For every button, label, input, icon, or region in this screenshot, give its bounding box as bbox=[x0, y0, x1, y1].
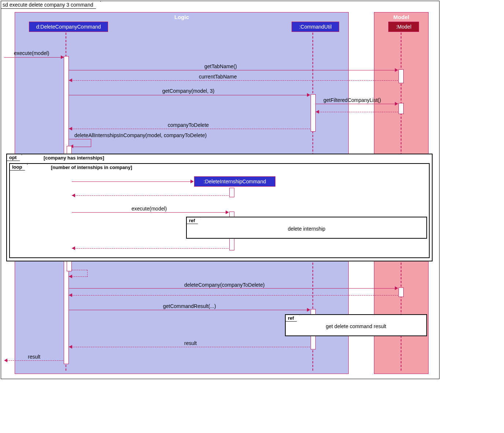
arrow-result2 bbox=[4, 359, 7, 362]
sequence-diagram: sd execute delete company 3 command Logi… bbox=[0, 0, 504, 433]
line-create-dic bbox=[72, 181, 193, 182]
loop-tab: loop bbox=[10, 164, 27, 170]
msg-getcompany: getCompany(model, 3) bbox=[162, 88, 214, 94]
line-getcompany bbox=[69, 95, 310, 95]
arrow-getfiltered-ret bbox=[316, 110, 319, 114]
line-delcompany bbox=[69, 288, 398, 289]
ref2-label: get delete command result bbox=[326, 323, 386, 329]
arrow-delcompany bbox=[395, 286, 398, 290]
line-getfiltered-ret bbox=[316, 112, 398, 112]
line-ctd bbox=[69, 129, 310, 129]
arrow-getfiltered bbox=[395, 102, 398, 106]
ref1-tab: ref bbox=[187, 217, 201, 224]
arrow-exec2 bbox=[226, 210, 229, 214]
ref-delete-internship: ref delete internship bbox=[186, 217, 427, 239]
msg-getcmdres: getCommandResult(...) bbox=[163, 303, 216, 309]
arrow-ctd bbox=[69, 127, 72, 131]
arrow-selfret bbox=[69, 275, 72, 278]
line-getfiltered bbox=[316, 104, 398, 104]
activation-model-3 bbox=[399, 287, 404, 297]
arrow-getcompany bbox=[307, 93, 310, 97]
line-exec2 bbox=[72, 212, 229, 213]
msg-gettab: getTabName() bbox=[204, 63, 237, 69]
ref-get-cmd-result: ref get delete command result bbox=[285, 314, 427, 336]
arrow-create-dic-ret bbox=[72, 194, 75, 197]
participant-model: :Model bbox=[388, 22, 419, 32]
msg-getfiltered: getFilteredCompanyList() bbox=[323, 97, 381, 103]
msg-ctd: companyToDelete bbox=[168, 122, 209, 128]
ref2-tab: ref bbox=[286, 315, 300, 322]
line-execute-in bbox=[4, 57, 64, 58]
arrow-gettab bbox=[395, 68, 398, 72]
line-delcompany-ret bbox=[69, 295, 398, 296]
loop-guard: [number of internships in company] bbox=[51, 165, 132, 170]
participant-delete-internship: :DeleteInternshipCommand bbox=[194, 176, 275, 187]
line-create-dic-ret bbox=[72, 195, 229, 196]
msg-delcompany: deleteCompany(companyToDelete) bbox=[184, 282, 264, 288]
arrow-currenttab bbox=[69, 78, 72, 82]
line-currenttab bbox=[69, 80, 398, 81]
selfret-top bbox=[72, 270, 87, 270]
msg-exec2: execute(model) bbox=[131, 206, 167, 212]
line-exec2-ret bbox=[72, 248, 229, 249]
line-gettab bbox=[69, 70, 398, 70]
opt-tab: opt bbox=[7, 154, 22, 161]
outer-frame: sd execute delete company 3 command Logi… bbox=[1, 1, 440, 379]
msg-result1: result bbox=[184, 340, 197, 346]
activation-dic-create bbox=[229, 188, 234, 197]
logic-group-title: Logic bbox=[174, 14, 189, 20]
opt-guard: [company has internships] bbox=[44, 155, 104, 161]
line-result1 bbox=[69, 347, 310, 347]
msg-delall: deleteAllInternshipsInCompany(model, com… bbox=[74, 132, 207, 138]
diagram-title: sd execute delete company 3 command bbox=[1, 1, 101, 9]
msg-execute: execute(model) bbox=[14, 50, 49, 56]
activation-model-2 bbox=[399, 103, 404, 114]
msg-currenttab: currentTabName bbox=[199, 74, 237, 80]
ref1-label: delete internship bbox=[288, 226, 326, 232]
arrow-create-dic bbox=[190, 180, 194, 183]
participant-delete-company: d:DeleteCompanyCommand bbox=[29, 22, 108, 32]
arrow-exec2-ret bbox=[72, 246, 75, 250]
line-getcmdres bbox=[69, 310, 310, 310]
arrow-delcompany-ret bbox=[69, 293, 72, 297]
participant-command-util: :CommandUtil bbox=[292, 22, 339, 32]
arrow-getcmdres bbox=[307, 308, 310, 312]
activation-model-1 bbox=[399, 69, 404, 83]
arrow-result1 bbox=[69, 345, 72, 349]
msg-result2: result bbox=[28, 354, 40, 360]
model-group-title: Model bbox=[393, 14, 409, 20]
activation-util-1 bbox=[311, 94, 316, 132]
line-result2 bbox=[5, 360, 63, 361]
